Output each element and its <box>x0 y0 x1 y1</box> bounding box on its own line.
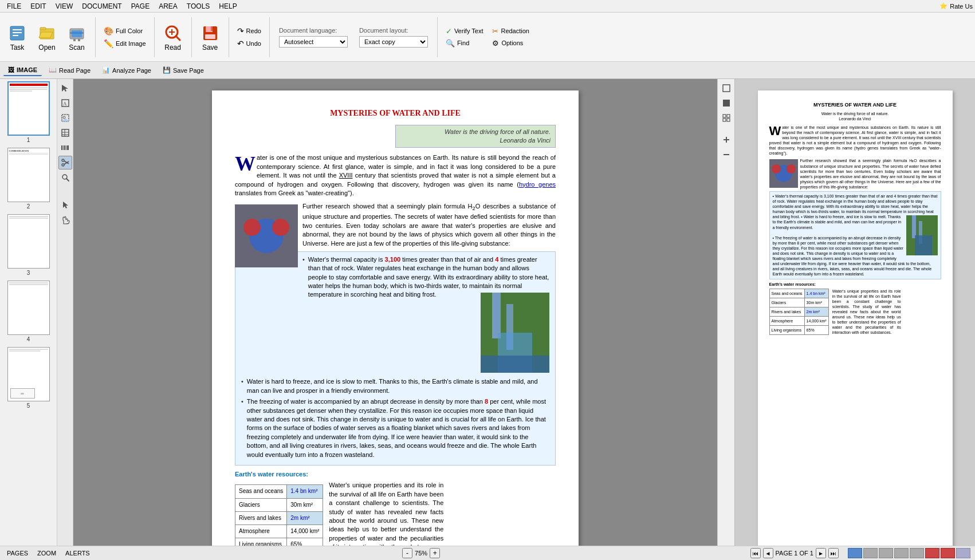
strip-thumb-2[interactable] <box>863 548 878 558</box>
page-thumb-4[interactable]: 4 <box>7 281 50 342</box>
tool-hand[interactable] <box>58 213 72 227</box>
doc-view[interactable]: MYSTERIES OF WATER AND LIFE Water is the… <box>73 79 717 546</box>
format-tool-zoom-out[interactable] <box>720 148 733 161</box>
analyze-icon: 📊 <box>102 66 110 74</box>
save-page-button[interactable]: 💾 Save Page <box>158 65 209 76</box>
zoom-tab[interactable]: ZOOM <box>35 549 58 557</box>
prev-para2: Further research showed that a seemingly… <box>769 158 941 190</box>
prev-sidebar-text: Water's unique properties and its role i… <box>832 289 901 336</box>
page-thumb-3[interactable]: 3 <box>7 214 50 276</box>
menu-item-document[interactable]: DOCUMENT <box>77 1 126 11</box>
redaction-button[interactable]: ✂ Redaction <box>489 26 533 37</box>
undo-button[interactable]: ↶ Undo <box>234 38 265 49</box>
thumb-4-label: 4 <box>27 336 30 342</box>
preview-toggle[interactable]: ❯ <box>734 301 735 324</box>
svg-rect-33 <box>67 145 69 150</box>
scan-button[interactable]: Scan <box>63 14 91 60</box>
value-rivers: 2m km² <box>287 511 323 524</box>
menu-item-edit[interactable]: EDIT <box>26 1 50 11</box>
nav-prev-button[interactable]: ◄ <box>763 548 773 558</box>
menu-item-area[interactable]: AREA <box>154 1 182 11</box>
doc-language-select[interactable]: Autoselect <box>279 36 348 48</box>
menu-bar: FILE EDIT VIEW DOCUMENT PAGE AREA TOOLS … <box>0 0 975 13</box>
verify-text-button[interactable]: ✓ Verify Text <box>442 26 487 37</box>
svg-rect-60 <box>724 154 729 155</box>
menu-item-tools[interactable]: TOOLS <box>182 1 214 11</box>
main-area: 1 COMMUNICATION 2 3 <box>0 79 975 546</box>
task-button[interactable]: Task <box>3 14 31 60</box>
tool-text[interactable]: A <box>58 96 72 110</box>
redo-button[interactable]: ↷ Redo <box>234 25 265 37</box>
table-row-rivers: Rivers and lakes 2m km² <box>235 511 323 524</box>
menu-item-help[interactable]: HELP <box>214 1 241 11</box>
redo-label: Redo <box>246 27 261 34</box>
save-button[interactable]: Save <box>196 14 224 60</box>
find-button[interactable]: 🔍 Find <box>442 38 487 49</box>
full-color-button[interactable]: 🎨 Full Color <box>100 25 150 37</box>
svg-point-42 <box>243 219 261 236</box>
bullet-item-3: • The freezing of water is accompanied b… <box>241 397 549 459</box>
tool-cursor[interactable] <box>58 198 72 212</box>
prev-section-title: Earth's water resources: <box>769 282 941 287</box>
divider-3 <box>191 17 192 57</box>
open-button[interactable]: Open <box>33 14 61 60</box>
options-button[interactable]: ⚙ Options <box>489 38 533 49</box>
value-seas: 1.4 bn km² <box>287 485 323 498</box>
thumb-5-label: 5 <box>27 403 30 409</box>
strip-thumb-8[interactable] <box>956 548 970 558</box>
rate-us-label[interactable]: Rate Us <box>950 3 973 10</box>
image-tab[interactable]: 🖼 IMAGE <box>3 65 42 76</box>
tool-image-area[interactable] <box>58 111 72 125</box>
zoom-out-button[interactable]: - <box>402 548 412 558</box>
read-button[interactable]: Read <box>159 14 187 60</box>
alerts-tab[interactable]: ALERTS <box>63 549 92 557</box>
zoom-in-button[interactable]: + <box>430 548 440 558</box>
strip-thumb-5[interactable] <box>910 548 924 558</box>
strip-thumb-1[interactable] <box>848 548 862 558</box>
doc-title: MYSTERIES OF WATER AND LIFE <box>235 108 556 119</box>
svg-rect-29 <box>61 145 62 150</box>
label-atmosphere: Atmosphere <box>235 525 287 538</box>
edit-image-button[interactable]: ✏️ Edit Image <box>100 38 150 49</box>
analyze-page-label: Analyze Page <box>112 67 151 74</box>
bullet-item-2: • Water is hard to freeze, and ice is sl… <box>241 377 549 395</box>
format-tool-zoom-in[interactable] <box>720 133 733 147</box>
doc-layout-select[interactable]: Exact copy <box>359 36 428 48</box>
format-tool-2[interactable] <box>720 96 733 110</box>
menu-item-page[interactable]: PAGE <box>127 1 154 11</box>
drop-cap: W <box>235 153 255 174</box>
tools-sidebar: A <box>57 79 73 546</box>
prev-table: Seas and oceans1.4 bn km² Glaciers30m km… <box>769 289 829 336</box>
page-thumb-2[interactable]: COMMUNICATION 2 <box>7 148 50 210</box>
open-label: Open <box>38 44 55 52</box>
nav-first-button[interactable]: ⏮ <box>750 548 761 558</box>
doc-quote-text: Water is the driving force of all nature… <box>445 128 551 135</box>
page-thumb-5[interactable]: ≡≡ 5 <box>7 347 50 409</box>
page-thumb-1[interactable]: 1 <box>7 81 50 143</box>
thumb-2-image: COMMUNICATION <box>7 148 50 202</box>
menu-item-file[interactable]: FILE <box>2 1 26 11</box>
tool-magnifier[interactable] <box>58 171 72 184</box>
value-glaciers: 30m km² <box>287 498 323 511</box>
analyze-page-button[interactable]: 📊 Analyze Page <box>97 65 156 76</box>
strip-thumb-6[interactable] <box>925 548 939 558</box>
tool-scissors[interactable] <box>58 156 72 169</box>
tool-table[interactable] <box>58 126 72 140</box>
tool-barcode[interactable] <box>58 141 72 155</box>
nav-play-button[interactable]: ► <box>816 548 826 558</box>
read-page-button[interactable]: 📖 Read Page <box>44 65 95 76</box>
format-tool-3[interactable] <box>720 111 733 125</box>
strip-thumb-3[interactable] <box>879 548 893 558</box>
tool-select[interactable] <box>58 81 72 95</box>
strip-thumb-7[interactable] <box>941 548 955 558</box>
nav-next-button[interactable]: ⏭ <box>828 548 839 558</box>
strip-thumb-4[interactable] <box>894 548 909 558</box>
table-row-atmosphere: Atmosphere 14,000 km² <box>235 525 323 538</box>
menu-item-view[interactable]: VIEW <box>51 1 78 11</box>
format-tool-1[interactable] <box>720 81 733 95</box>
pages-tab[interactable]: PAGES <box>5 549 30 557</box>
svg-line-12 <box>176 36 180 40</box>
svg-rect-51 <box>726 100 730 103</box>
doc-language-group: Document language: Autoselect <box>274 14 352 60</box>
doc-quote-box: Water is the driving force of all nature… <box>395 125 556 148</box>
